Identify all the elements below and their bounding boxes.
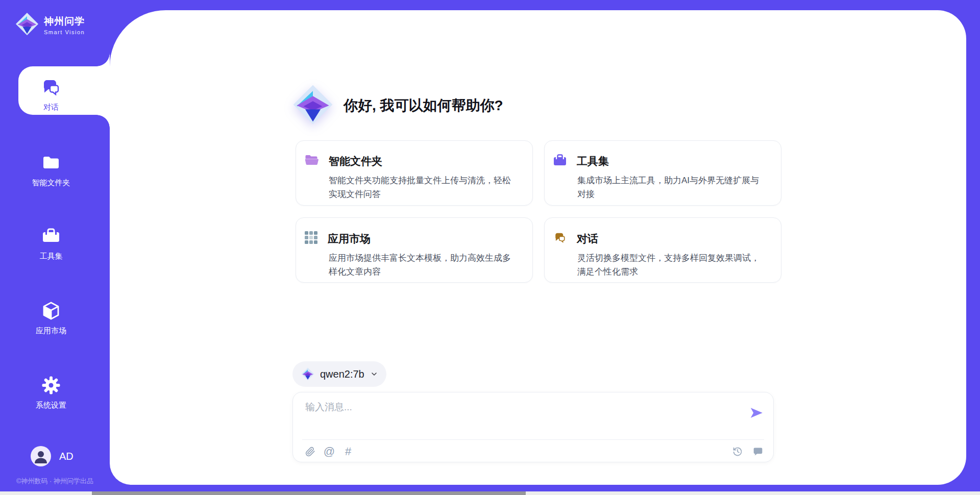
send-icon bbox=[749, 405, 765, 420]
avatar bbox=[31, 446, 51, 466]
sidebar: 神州问学 Smart Vision 对话 智能文件夹 bbox=[0, 0, 110, 495]
user-profile[interactable]: AD bbox=[31, 446, 74, 466]
chat-icon bbox=[41, 77, 61, 100]
sidebar-item-settings[interactable]: 系统设置 bbox=[0, 369, 102, 415]
composer-divider bbox=[302, 439, 764, 440]
bubble-fillet-top bbox=[96, 53, 110, 66]
chat-icon bbox=[553, 231, 567, 246]
main-panel: 你好, 我可以如何帮助你? 智能文件夹 智能文件夹功能支持批量文件上传与清洗，轻… bbox=[110, 10, 966, 485]
grid-icon bbox=[305, 231, 317, 246]
horizontal-scrollbar[interactable] bbox=[0, 491, 980, 495]
brand-subtitle: Smart Vision bbox=[44, 29, 85, 35]
card-toolset[interactable]: 工具集 集成市场上主流工具，助力AI与外界无缝扩展与对接 bbox=[544, 140, 781, 206]
topic-button[interactable]: # bbox=[342, 445, 354, 458]
briefcase-icon bbox=[553, 154, 567, 168]
sidebar-item-toolset[interactable]: 工具集 bbox=[0, 220, 102, 266]
model-logo-icon bbox=[301, 367, 314, 381]
card-description: 集成市场上主流工具，助力AI与外界无缝扩展与对接 bbox=[577, 174, 766, 201]
card-smart-folder[interactable]: 智能文件夹 智能文件夹功能支持批量文件上传与清洗，轻松实现文件问答 bbox=[296, 140, 533, 206]
chat-bubble-icon bbox=[753, 447, 763, 457]
brand-logo: 神州问学 Smart Vision bbox=[15, 12, 85, 38]
user-name: AD bbox=[59, 451, 74, 462]
card-app-market[interactable]: 应用市场 应用市场提供丰富长文本模板，助力高效生成多样化文章内容 bbox=[296, 217, 533, 283]
message-composer: @ # bbox=[292, 392, 774, 462]
greeting-diamond-icon bbox=[292, 84, 333, 127]
hash-icon: # bbox=[345, 446, 351, 457]
brand-name: 神州问学 bbox=[44, 15, 85, 28]
sidebar-footer: ©神州数码 · 神州问学出品 bbox=[0, 477, 110, 486]
brand-diamond-icon bbox=[15, 12, 39, 38]
folder-icon bbox=[41, 153, 61, 175]
send-button[interactable] bbox=[749, 405, 765, 421]
message-input[interactable] bbox=[304, 400, 735, 430]
paperclip-icon bbox=[305, 447, 315, 457]
briefcase-icon bbox=[41, 226, 61, 249]
at-icon: @ bbox=[324, 446, 335, 457]
model-selector[interactable]: qwen2:7b bbox=[292, 361, 386, 387]
mention-button[interactable]: @ bbox=[323, 445, 335, 458]
model-name: qwen2:7b bbox=[320, 368, 364, 380]
conversation-button[interactable] bbox=[752, 445, 764, 458]
composer-toolbar: @ # bbox=[304, 443, 764, 460]
sidebar-item-label: 应用市场 bbox=[36, 326, 66, 336]
card-title: 对话 bbox=[577, 232, 598, 246]
sidebar-item-label: 系统设置 bbox=[36, 401, 66, 410]
card-description: 应用市场提供丰富长文本模板，助力高效生成多样化文章内容 bbox=[329, 251, 517, 279]
history-icon bbox=[732, 447, 743, 457]
card-description: 灵活切换多模型文件，支持多样回复效果调试，满足个性化需求 bbox=[577, 251, 766, 279]
card-chat[interactable]: 对话 灵活切换多模型文件，支持多样回复效果调试，满足个性化需求 bbox=[544, 217, 781, 283]
card-title: 工具集 bbox=[577, 154, 609, 168]
card-title: 智能文件夹 bbox=[329, 154, 382, 168]
history-button[interactable] bbox=[731, 445, 744, 458]
greeting-text: 你好, 我可以如何帮助你? bbox=[344, 96, 503, 115]
feature-cards: 智能文件夹 智能文件夹功能支持批量文件上传与清洗，轻松实现文件问答 bbox=[296, 140, 781, 283]
folder-open-icon bbox=[305, 154, 318, 168]
scrollbar-thumb[interactable] bbox=[92, 491, 526, 495]
greeting: 你好, 我可以如何帮助你? bbox=[292, 84, 503, 127]
card-description: 智能文件夹功能支持批量文件上传与清洗，轻松实现文件问答 bbox=[329, 174, 517, 201]
sidebar-item-app-market[interactable]: 应用市场 bbox=[0, 295, 102, 341]
chevron-down-icon bbox=[370, 370, 378, 378]
card-title: 应用市场 bbox=[328, 232, 371, 246]
gear-icon bbox=[41, 375, 61, 398]
attach-file-button[interactable] bbox=[304, 445, 316, 458]
sidebar-item-smart-folder[interactable]: 智能文件夹 bbox=[0, 147, 102, 193]
cube-icon bbox=[41, 301, 61, 323]
sidebar-item-label: 对话 bbox=[43, 103, 59, 112]
sidebar-item-label: 智能文件夹 bbox=[32, 178, 70, 188]
sidebar-item-label: 工具集 bbox=[40, 252, 63, 261]
sidebar-item-chat[interactable]: 对话 bbox=[0, 71, 102, 117]
